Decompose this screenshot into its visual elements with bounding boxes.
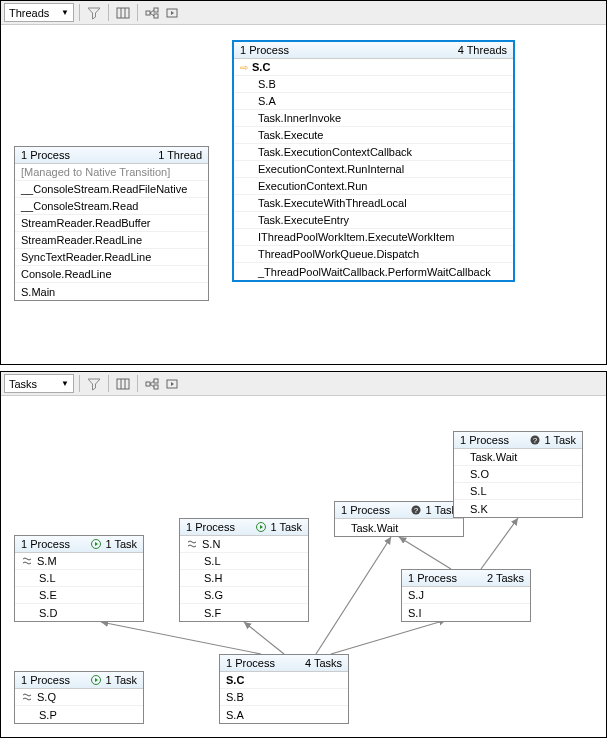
stack-body: Task.Wait S.O S.L S.K (454, 449, 582, 517)
stack-frame: S.K (454, 500, 582, 517)
stack-body: S.J S.I (402, 587, 530, 621)
process-count: 1 Process (226, 657, 275, 669)
stack-frame: S.C (220, 672, 348, 689)
svg-rect-4 (154, 8, 158, 12)
process-count: 1 Process (460, 434, 509, 446)
stack-frame: Task.InnerInvoke (234, 110, 513, 127)
separator (137, 4, 138, 21)
stack-frame: S.L (180, 553, 308, 570)
process-count: 1 Process (240, 44, 289, 56)
svg-text:?: ? (414, 506, 419, 515)
chevron-down-icon: ▼ (61, 8, 69, 17)
stack-frame: S.L (454, 483, 582, 500)
block-header: 1 Process ? 1 Task (335, 502, 463, 519)
filter-icon[interactable] (85, 4, 103, 22)
task-block-taskwait-1[interactable]: 1 Process ? 1 Task Task.Wait (334, 501, 464, 537)
chevron-down-icon: ▼ (61, 379, 69, 388)
stack-body: S.N S.L S.H S.G S.F (180, 536, 308, 621)
stack-frame: S.H (180, 570, 308, 587)
svg-line-19 (244, 622, 284, 654)
thread-stack-block-2[interactable]: 1 Process 4 Threads ⇨ S.C S.B S.A Task.I… (232, 40, 515, 282)
process-count: 1 Process (408, 572, 457, 584)
task-block-sj-si[interactable]: 1 Process 2 Tasks S.J S.I (401, 569, 531, 622)
stack-body: Task.Wait (335, 519, 463, 536)
task-block-sq-sp[interactable]: 1 Process 1 Task S.Q S.P (14, 671, 144, 724)
stack-frame: _ThreadPoolWaitCallback.PerformWaitCallb… (234, 263, 513, 280)
thread-stack-block-1[interactable]: 1 Process 1 Thread [Managed to Native Tr… (14, 146, 209, 301)
stack-frame: S.J (402, 587, 530, 604)
stack-frame: Task.Wait (335, 519, 463, 536)
graph-icon[interactable] (143, 375, 161, 393)
stack-frame: S.Q (15, 689, 143, 706)
svg-line-20 (316, 537, 391, 654)
process-count: 1 Process (21, 538, 70, 550)
process-count: 1 Process (341, 504, 390, 516)
running-icon (90, 674, 102, 686)
stack-frame: Task.Wait (454, 449, 582, 466)
svg-line-23 (481, 518, 518, 569)
threads-canvas: 1 Process 1 Thread [Managed to Native Tr… (1, 25, 606, 364)
svg-line-7 (150, 13, 154, 16)
stack-frame: S.M (15, 553, 143, 570)
expand-icon[interactable] (163, 4, 181, 22)
dropdown-label: Threads (9, 7, 49, 19)
process-count: 1 Process (21, 674, 70, 686)
waiting-icon: ? (410, 504, 422, 516)
stack-frame: StreamReader.ReadLine (15, 232, 208, 249)
stack-body: ⇨ S.C S.B S.A Task.InnerInvoke Task.Exec… (234, 59, 513, 280)
separator (79, 375, 80, 392)
block-header: 1 Process 1 Task (15, 536, 143, 553)
expand-icon[interactable] (163, 375, 181, 393)
task-count: 2 Tasks (487, 572, 524, 584)
stack-body: S.Q S.P (15, 689, 143, 723)
stack-body: [Managed to Native Transition] __Console… (15, 164, 208, 300)
stack-frame: Task.ExecuteWithThreadLocal (234, 195, 513, 212)
stack-frame: S.I (402, 604, 530, 621)
stack-body: S.C S.B S.A (220, 672, 348, 723)
stack-frame: __ConsoleStream.ReadFileNative (15, 181, 208, 198)
svg-line-21 (331, 620, 446, 654)
view-dropdown[interactable]: Threads ▼ (4, 3, 74, 22)
block-header: 1 Process 4 Tasks (220, 655, 348, 672)
svg-rect-12 (146, 382, 150, 386)
svg-line-16 (150, 384, 154, 387)
task-block-sm-sl-se-sd[interactable]: 1 Process 1 Task S.M S.L S.E S.D (14, 535, 144, 622)
tasks-panel: Tasks ▼ (0, 371, 607, 738)
columns-icon[interactable] (114, 4, 132, 22)
task-count: 4 Tasks (305, 657, 342, 669)
threads-panel: Threads ▼ 1 Process 1 Thread [Managed to… (0, 0, 607, 365)
svg-text:?: ? (533, 436, 538, 445)
stack-body: S.M S.L S.E S.D (15, 553, 143, 621)
stack-frame: S.N (180, 536, 308, 553)
svg-rect-13 (154, 379, 158, 383)
task-block-sn-sl-sh-sg-sf[interactable]: 1 Process 1 Task S.N S.L S.H S.G S.F (179, 518, 309, 622)
thread-count: 4 Threads (458, 44, 507, 56)
separator (79, 4, 80, 21)
threads-icon (186, 538, 198, 550)
stack-frame: S.B (220, 689, 348, 706)
task-block-sc-sb-sa[interactable]: 1 Process 4 Tasks S.C S.B S.A (219, 654, 349, 724)
stack-frame: Task.Execute (234, 127, 513, 144)
waiting-icon: ? (529, 434, 541, 446)
svg-line-6 (150, 10, 154, 13)
tasks-toolbar: Tasks ▼ (1, 372, 606, 396)
view-dropdown[interactable]: Tasks ▼ (4, 374, 74, 393)
stack-frame: Task.ExecuteEntry (234, 212, 513, 229)
task-block-taskwait-so-sl-sk[interactable]: 1 Process ? 1 Task Task.Wait S.O S.L S.K (453, 431, 583, 518)
stack-frame: S.O (454, 466, 582, 483)
svg-rect-5 (154, 14, 158, 18)
graph-icon[interactable] (143, 4, 161, 22)
tasks-canvas: 1 Process 1 Task S.M S.L S.E S.D 1 Proce… (1, 396, 606, 737)
stack-frame: S.B (234, 76, 513, 93)
stack-frame: S.A (234, 93, 513, 110)
columns-icon[interactable] (114, 375, 132, 393)
block-header: 1 Process ? 1 Task (454, 432, 582, 449)
stack-frame: Task.ExecutionContextCallback (234, 144, 513, 161)
stack-frame: SyncTextReader.ReadLine (15, 249, 208, 266)
svg-rect-0 (117, 8, 129, 18)
stack-frame: IThreadPoolWorkItem.ExecuteWorkItem (234, 229, 513, 246)
svg-rect-14 (154, 385, 158, 389)
filter-icon[interactable] (85, 375, 103, 393)
threads-icon (21, 691, 33, 703)
task-count: 1 Task (270, 521, 302, 533)
